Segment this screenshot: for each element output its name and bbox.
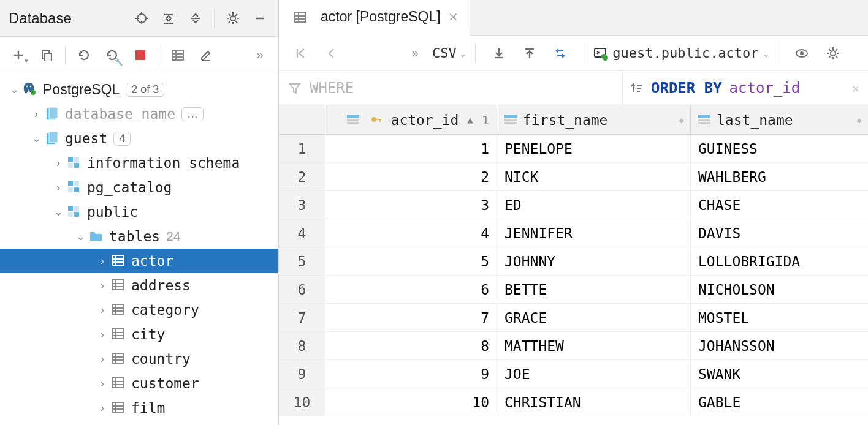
cell-actor-id[interactable]: 1 — [326, 135, 497, 162]
tab-actor[interactable]: actor [PostgreSQL] ✕ — [279, 0, 470, 36]
table-node-film[interactable]: › film — [0, 396, 278, 420]
target-icon[interactable] — [129, 6, 154, 31]
database-node-guest[interactable]: ⌄ guest 4 — [0, 126, 278, 151]
cell-actor-id[interactable]: 4 — [326, 219, 497, 247]
table-node-city[interactable]: › city — [0, 322, 278, 347]
settings-icon[interactable] — [221, 6, 245, 31]
edit-button[interactable] — [192, 43, 219, 67]
settings-button[interactable] — [820, 41, 847, 66]
view-button[interactable] — [789, 41, 816, 66]
table-node-address[interactable]: › address — [0, 273, 278, 298]
compare-button[interactable] — [547, 41, 574, 66]
cell-first-name[interactable]: PENELOPE — [497, 135, 691, 162]
table-row[interactable]: 2 2 NICK WAHLBERG — [279, 163, 868, 191]
schema-node[interactable]: ⌄ public — [0, 200, 278, 224]
where-filter[interactable]: WHERE — [279, 71, 623, 105]
datasource-node[interactable]: ⌄ PostgreSQL 2 of 3 — [0, 77, 278, 102]
cell-last-name[interactable]: WAHLBERG — [691, 163, 868, 190]
schema-node[interactable]: › pg_catalog — [0, 175, 278, 200]
cell-first-name[interactable]: NICK — [497, 163, 691, 190]
column-header-actor-id[interactable]: actor_id ▲ 1 — [326, 105, 497, 134]
schema-label: pg_catalog — [87, 179, 172, 195]
next-page-button[interactable]: » — [402, 41, 428, 66]
row-number-header — [279, 105, 326, 134]
column-header-first-name[interactable]: first_name ◆ — [497, 105, 691, 134]
import-button[interactable] — [516, 41, 543, 66]
folder-icon — [88, 228, 104, 244]
cell-actor-id[interactable]: 6 — [326, 276, 497, 303]
table-row[interactable]: 8 8 MATTHEW JOHANSSON — [279, 332, 868, 360]
cell-last-name[interactable]: MOSTEL — [691, 304, 868, 331]
cell-last-name[interactable]: GUINESS — [691, 135, 868, 162]
table-node-actor[interactable]: › actor — [0, 249, 278, 273]
schema-node[interactable]: › information_schema — [0, 151, 278, 175]
table-row[interactable]: 9 9 JOE SWANK — [279, 360, 868, 388]
table-row[interactable]: 5 5 JOHNNY LOLLOBRIGIDA — [279, 247, 868, 276]
table-node-customer[interactable]: › customer — [0, 371, 278, 396]
table-view-button[interactable] — [164, 43, 191, 67]
order-by-column: actor_id — [729, 80, 801, 97]
ellipsis-badge[interactable]: … — [181, 107, 204, 121]
table-row[interactable]: 1 1 PENELOPE GUINESS — [279, 135, 868, 163]
cell-last-name[interactable]: DAVIS — [691, 219, 868, 247]
close-icon[interactable]: ✕ — [448, 10, 459, 24]
table-row[interactable]: 4 4 JENNIFER DAVIS — [279, 219, 868, 247]
duplicate-button[interactable] — [33, 43, 60, 67]
cell-first-name[interactable]: MATTHEW — [497, 332, 691, 359]
expand-all-icon[interactable] — [183, 6, 208, 31]
tables-folder-node[interactable]: ⌄ tables 24 — [0, 224, 278, 249]
cell-actor-id[interactable]: 5 — [326, 247, 497, 275]
cell-first-name[interactable]: GRACE — [497, 304, 691, 331]
export-button[interactable] — [485, 41, 512, 66]
cell-first-name[interactable]: BETTE — [497, 276, 691, 303]
table-node-category[interactable]: › category — [0, 298, 278, 322]
new-button[interactable]: ▾ — [5, 43, 32, 67]
table-icon — [292, 9, 308, 25]
cell-last-name[interactable]: LOLLOBRIGIDA — [691, 247, 868, 275]
refresh-button[interactable] — [70, 43, 97, 67]
collapse-all-icon[interactable] — [156, 6, 181, 31]
row-number: 9 — [279, 360, 326, 388]
table-icon — [110, 253, 126, 269]
cell-actor-id[interactable]: 9 — [326, 360, 497, 388]
table-node-country[interactable]: › country — [0, 347, 278, 371]
table-row[interactable]: 10 10 CHRISTIAN GABLE — [279, 388, 868, 416]
cell-actor-id[interactable]: 2 — [326, 163, 497, 190]
context-selector[interactable]: guest.public.actor ⌄ — [594, 45, 769, 61]
cell-actor-id[interactable]: 7 — [326, 304, 497, 331]
more-button[interactable]: » — [246, 43, 273, 67]
clear-order-icon[interactable]: ✕ — [852, 81, 859, 96]
cell-last-name[interactable]: SWANK — [691, 360, 868, 388]
row-number: 1 — [279, 135, 326, 162]
cell-last-name[interactable]: GABLE — [691, 388, 868, 416]
editor-tabbar: actor [PostgreSQL] ✕ — [279, 0, 868, 36]
table-row[interactable]: 7 7 GRACE MOSTEL — [279, 304, 868, 332]
sort-asc-icon: ▲ — [467, 114, 473, 126]
first-page-button[interactable] — [287, 41, 314, 66]
sync-button[interactable]: 🔧 — [99, 43, 126, 67]
cell-first-name[interactable]: CHRISTIAN — [497, 388, 691, 416]
database-node[interactable]: › database_name … — [0, 102, 278, 126]
cell-last-name[interactable]: CHASE — [691, 191, 868, 219]
chevron-right-icon: › — [53, 181, 64, 194]
table-row[interactable]: 6 6 BETTE NICHOLSON — [279, 276, 868, 304]
order-by-filter[interactable]: ORDER BY actor_id ✕ — [623, 71, 868, 105]
column-header-last-name[interactable]: last_name ◆ — [691, 105, 868, 134]
minimize-icon[interactable] — [248, 6, 272, 31]
format-selector[interactable]: CSV⌄ — [432, 45, 465, 61]
table-row[interactable]: 3 3 ED CHASE — [279, 191, 868, 219]
cell-first-name[interactable]: ED — [497, 191, 691, 219]
cell-last-name[interactable]: JOHANSSON — [691, 332, 868, 359]
cell-last-name[interactable]: NICHOLSON — [691, 276, 868, 303]
prev-page-button[interactable] — [318, 41, 345, 66]
column-label: last_name — [717, 112, 793, 128]
cell-actor-id[interactable]: 3 — [326, 191, 497, 219]
database-icon — [44, 130, 60, 146]
cell-first-name[interactable]: JOE — [497, 360, 691, 388]
stop-button[interactable] — [127, 43, 154, 67]
cell-actor-id[interactable]: 8 — [326, 332, 497, 359]
cell-first-name[interactable]: JENNIFER — [497, 219, 691, 247]
cell-first-name[interactable]: JOHNNY — [497, 247, 691, 275]
datasource-label: PostgreSQL — [43, 81, 120, 98]
cell-actor-id[interactable]: 10 — [326, 388, 497, 416]
